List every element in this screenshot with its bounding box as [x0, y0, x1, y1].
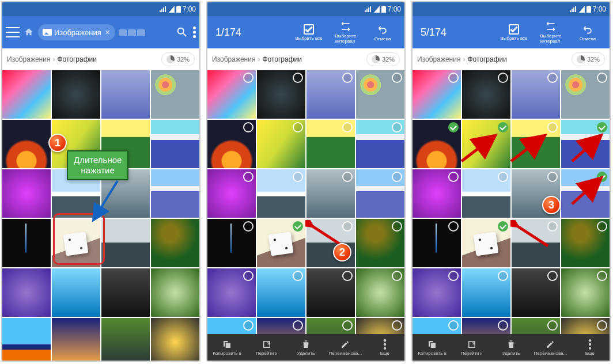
image-thumb[interactable] [101, 70, 150, 119]
checkmark-off-icon[interactable] [243, 320, 253, 331]
checkmark-off-icon[interactable] [448, 73, 459, 83]
checkmark-off-icon[interactable] [448, 221, 459, 232]
checkmark-off-icon[interactable] [293, 122, 303, 132]
image-thumb[interactable] [462, 268, 510, 317]
image-thumb[interactable] [257, 120, 305, 168]
checkmark-off-icon[interactable] [293, 73, 303, 83]
checkmark-off-icon[interactable] [392, 271, 402, 281]
checkmark-on-icon[interactable] [498, 122, 508, 132]
image-thumb[interactable] [462, 120, 510, 168]
home-icon[interactable] [23, 27, 35, 37]
checkmark-off-icon[interactable] [498, 73, 508, 83]
image-thumb[interactable] [561, 169, 610, 218]
checkmark-off-icon[interactable] [342, 172, 353, 182]
checkmark-off-icon[interactable] [547, 73, 558, 83]
checkmark-off-icon[interactable] [547, 172, 558, 182]
image-thumb[interactable] [257, 70, 305, 119]
delete-button[interactable]: Удалить [286, 339, 326, 356]
goto-button[interactable]: Перейти к [247, 339, 286, 356]
image-thumb[interactable] [2, 268, 51, 317]
image-thumb[interactable] [257, 169, 305, 218]
image-thumb[interactable] [306, 70, 355, 119]
delete-button[interactable]: Удалить [491, 339, 531, 356]
checkmark-off-icon[interactable] [392, 73, 402, 83]
image-thumb[interactable] [207, 169, 256, 218]
image-thumb[interactable] [512, 268, 560, 317]
breadcrumb-root[interactable]: Изображения [417, 55, 460, 63]
storage-pill[interactable]: 32% [161, 52, 195, 66]
image-thumb[interactable] [151, 268, 199, 317]
more-button[interactable]: Еще [570, 339, 610, 356]
image-thumb[interactable] [52, 318, 100, 362]
checkmark-off-icon[interactable] [392, 122, 402, 132]
image-thumb[interactable] [306, 268, 355, 317]
checkmark-off-icon[interactable] [498, 320, 508, 331]
checkmark-off-icon[interactable] [547, 221, 558, 232]
breadcrumb-current[interactable]: Фотографии [262, 55, 302, 63]
search-icon[interactable] [176, 26, 188, 39]
checkmark-off-icon[interactable] [547, 122, 558, 132]
checkmark-off-icon[interactable] [498, 271, 508, 281]
checkmark-off-icon[interactable] [597, 73, 607, 83]
checkmark-on-icon[interactable] [597, 122, 607, 132]
image-thumb[interactable] [52, 268, 100, 317]
checkmark-on-icon[interactable] [293, 221, 303, 232]
checkmark-off-icon[interactable] [597, 320, 607, 331]
checkmark-off-icon[interactable] [293, 320, 303, 331]
image-thumb[interactable] [101, 318, 150, 362]
image-thumb[interactable] [462, 169, 510, 218]
checkmark-off-icon[interactable] [448, 320, 459, 331]
checkmark-off-icon[interactable] [243, 122, 253, 132]
image-thumb[interactable] [512, 70, 560, 119]
goto-button[interactable]: Перейти к [452, 339, 491, 356]
image-thumb[interactable] [207, 268, 256, 317]
select-interval-button[interactable]: Выберите интервал [532, 18, 569, 46]
image-thumb[interactable] [151, 318, 199, 362]
view-toggle-icons[interactable] [119, 29, 145, 36]
storage-pill[interactable]: 32% [572, 52, 605, 66]
more-button[interactable]: Еще [365, 339, 404, 356]
image-thumb[interactable] [257, 219, 305, 267]
image-thumb[interactable] [151, 120, 199, 168]
image-thumb[interactable] [2, 169, 51, 218]
image-thumb[interactable] [2, 70, 51, 119]
image-thumb[interactable] [413, 219, 461, 267]
image-thumb[interactable] [52, 70, 100, 119]
image-thumb[interactable] [101, 268, 150, 317]
checkmark-off-icon[interactable] [293, 172, 303, 182]
breadcrumb-root[interactable]: Изображения [7, 55, 50, 63]
cancel-button[interactable]: Отмена [364, 18, 401, 46]
breadcrumb-root[interactable]: Изображения [212, 55, 255, 63]
image-thumb[interactable] [413, 70, 461, 119]
checkmark-off-icon[interactable] [498, 172, 508, 182]
checkmark-off-icon[interactable] [243, 73, 253, 83]
checkmark-off-icon[interactable] [243, 172, 253, 182]
image-thumb[interactable] [101, 219, 150, 267]
checkmark-on-icon[interactable] [597, 172, 607, 182]
image-thumb[interactable] [462, 70, 510, 119]
image-thumb[interactable] [561, 219, 610, 267]
checkmark-off-icon[interactable] [243, 271, 253, 281]
image-thumb[interactable] [356, 268, 404, 317]
checkmark-off-icon[interactable] [597, 221, 607, 232]
checkmark-off-icon[interactable] [342, 73, 353, 83]
image-thumb[interactable] [207, 70, 256, 119]
image-thumb[interactable] [561, 70, 610, 119]
select-all-button[interactable]: Выбрать все [290, 18, 327, 46]
overflow-icon[interactable] [193, 26, 196, 38]
image-thumb[interactable] [207, 120, 256, 168]
select-interval-button[interactable]: Выберите интервал [327, 18, 364, 46]
chip-close-icon[interactable]: ✕ [104, 28, 112, 36]
image-thumb[interactable] [512, 219, 560, 267]
image-thumb[interactable] [413, 169, 461, 218]
copy-to-button[interactable]: Копировать в [207, 339, 247, 356]
storage-pill[interactable]: 32% [366, 52, 400, 66]
image-thumb[interactable] [257, 268, 305, 317]
checkmark-off-icon[interactable] [597, 271, 607, 281]
copy-to-button[interactable]: Копировать в [413, 339, 452, 356]
image-thumb[interactable] [2, 318, 51, 362]
image-thumb[interactable] [413, 268, 461, 317]
image-thumb[interactable] [151, 70, 199, 119]
checkmark-off-icon[interactable] [342, 320, 353, 331]
image-thumb[interactable] [512, 120, 560, 168]
